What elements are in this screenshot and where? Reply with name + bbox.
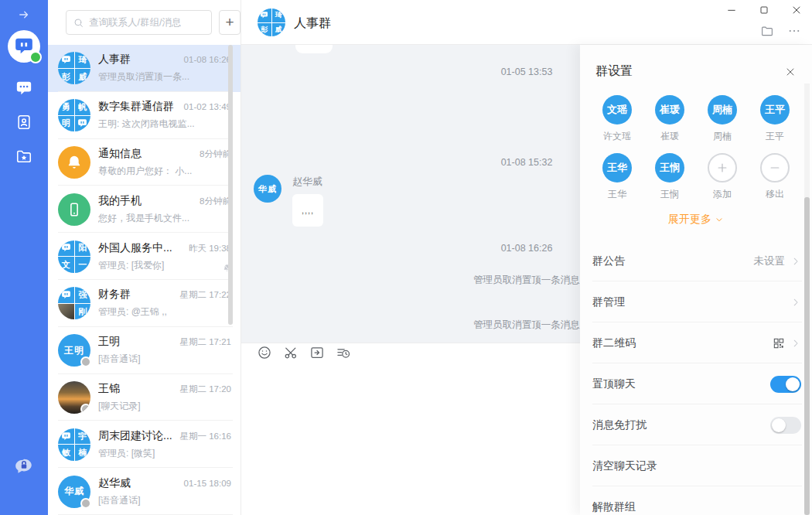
group-member[interactable]: 文瑶许文瑶 [591, 95, 643, 143]
chat-item-preview: [语音通话] [98, 494, 231, 507]
chat-list-item[interactable]: 勇帆明数字集群通信群01-02 13:49王明: 这次闭路电视监... [48, 92, 241, 139]
search-input[interactable]: 查询联系人/群组/消息 [66, 10, 212, 35]
chat-icon[interactable] [15, 80, 32, 97]
chevron-down-icon [715, 215, 724, 224]
group-member[interactable]: 崔瑗崔瑗 [643, 95, 696, 143]
avatar-text-cell: 明 [58, 116, 74, 132]
chat-item-avatar: 勇帆明 [58, 99, 90, 131]
send-file-icon[interactable] [309, 345, 325, 360]
group-member[interactable]: 王平王平 [749, 95, 801, 143]
chat-list-item[interactable]: 华威赵华威01-15 18:09[语音通话] [48, 468, 241, 515]
toggle-switch[interactable] [770, 376, 801, 393]
remove-icon [760, 153, 790, 182]
bell-avatar-icon [58, 146, 90, 179]
remove-member-button[interactable]: 移出 [749, 153, 801, 201]
expand-more-button[interactable]: 展开更多 [580, 213, 812, 227]
chat-item-avatar: 王明 [58, 334, 90, 367]
chat-item-time: 星期一 16:16 [180, 431, 231, 442]
app-logo-mini-icon [58, 287, 74, 303]
settings-row-label: 群管理 [592, 295, 625, 309]
settings-row[interactable]: 群公告未设置 [580, 240, 812, 281]
settings-row[interactable]: 清空聊天记录 [580, 445, 812, 486]
chat-item-preview: 管理员: [微笑] [98, 447, 231, 460]
chat-item-main: 财务群星期二 17:22管理员: @王锦 ,, [98, 288, 231, 319]
panel-title: 群设置 [595, 63, 633, 80]
member-name: 王悯 [660, 188, 679, 201]
new-chat-button[interactable]: + [219, 10, 241, 35]
chat-list-item[interactable]: 通知信息8分钟前尊敬的用户您好： 小... [48, 139, 241, 186]
message-bubble[interactable]: ,,,, [292, 194, 323, 227]
timestamp: 01-05 13:53 [501, 67, 553, 77]
system-message: 管理员取消置顶一条消息 [473, 274, 580, 287]
message-input[interactable] [241, 362, 580, 515]
offline-status-dot [80, 404, 90, 414]
chat-list-item[interactable]: 阳文一外国人服务中...昨天 19:38管理员: [我爱你] [48, 233, 241, 280]
avatar-text-cell: 一 [75, 257, 91, 273]
panel-close-icon[interactable] [784, 66, 797, 78]
message-row: 华威赵华威,,,, [254, 175, 323, 227]
contacts-icon[interactable] [15, 114, 32, 131]
app-logo-mini-icon [58, 52, 74, 68]
settings-row[interactable]: 群二维码 [580, 322, 812, 363]
settings-row[interactable]: 置顶聊天 [580, 363, 812, 404]
minimize-button[interactable] [725, 4, 738, 16]
app-logo[interactable] [8, 30, 40, 63]
member-grid: 文瑶许文瑶崔瑗崔瑗周楠周楠王平王平王华王华王悯王悯添加移出 [580, 95, 812, 201]
chat-list-item[interactable]: 王明王明星期二 17:21[语音通话] [48, 327, 241, 374]
chat-list-scrollbar[interactable] [228, 45, 233, 325]
window-controls [725, 4, 803, 16]
chat-item-preview: 您好，我是手机文件... [98, 212, 231, 225]
chat-item-preview: [语音通话] [98, 353, 231, 366]
offline-status-dot [80, 356, 91, 367]
group-member[interactable]: 王悯王悯 [643, 153, 696, 201]
chat-list-item[interactable]: 王锦星期二 17:20[聊天记录] [48, 374, 241, 421]
phone-avatar-icon [58, 193, 90, 226]
group-member[interactable]: 周楠周楠 [696, 95, 749, 143]
chat-item-preview: [聊天记录] [98, 400, 231, 413]
chat-item-main: 我的手机8分钟前您好，我是手机文件... [98, 194, 231, 225]
member-name: 添加 [713, 188, 732, 201]
chat-list-item[interactable]: 强刚财务群星期二 17:22管理员: @王锦 ,, [48, 280, 241, 327]
avatar-text-cell: 威 [272, 23, 286, 37]
screenshot-icon[interactable] [283, 345, 299, 360]
panel-scrollbar-thumb[interactable] [804, 197, 810, 515]
toggle-switch[interactable] [770, 417, 801, 434]
settings-row[interactable]: 消息免打扰 [580, 404, 812, 445]
close-button[interactable] [790, 4, 803, 16]
input-toolbar [241, 343, 580, 362]
chat-item-main: 赵华威01-15 18:09[语音通话] [98, 476, 231, 507]
partial-message-bubble [295, 45, 333, 53]
settings-row[interactable]: 群管理 [580, 281, 812, 322]
timestamp: 01-08 15:32 [501, 157, 553, 168]
member-name: 移出 [766, 188, 784, 201]
settings-row-label: 消息免打扰 [592, 418, 647, 432]
emoji-icon[interactable] [257, 345, 272, 360]
secure-chat-icon[interactable] [0, 456, 48, 476]
chat-item-time: 01-15 18:09 [184, 479, 231, 488]
chat-list-item[interactable]: 我的手机8分钟前您好，我是手机文件... [48, 186, 241, 233]
add-member-button[interactable]: 添加 [696, 153, 749, 201]
collapse-arrow-icon[interactable] [17, 8, 31, 22]
app-window: 查询联系人/群组/消息 + 琦彭威人事群01-08 16:26管理员取消置顶一条… [0, 0, 812, 515]
chat-list: 琦彭威人事群01-08 16:26管理员取消置顶一条...勇帆明数字集群通信群0… [48, 45, 241, 515]
more-icon[interactable] [787, 24, 801, 38]
chat-list-item[interactable]: 宇敏楠周末团建讨论...星期一 16:16管理员: [微笑] [48, 421, 241, 468]
chat-header-avatar[interactable]: 琦彭威 [258, 9, 285, 36]
avatar-photo-cell [58, 304, 74, 320]
avatar-text-cell: 楠 [75, 445, 91, 461]
member-avatar: 周楠 [708, 95, 737, 124]
maximize-button[interactable] [758, 4, 770, 16]
group-member[interactable]: 王华王华 [591, 153, 643, 201]
settings-row[interactable]: 解散群组 [580, 486, 812, 515]
member-name: 王华 [608, 188, 626, 201]
chat-item-main: 王明星期二 17:21[语音通话] [98, 335, 231, 366]
message-sender-avatar: 华威 [254, 175, 281, 203]
chat-list-item[interactable]: 琦彭威人事群01-08 16:26管理员取消置顶一条... [48, 45, 241, 92]
chat-item-name: 财务群 [98, 288, 131, 302]
folder-icon[interactable] [760, 24, 774, 38]
starred-files-icon[interactable] [15, 148, 32, 165]
app-logo-mini-icon [58, 240, 74, 257]
chat-item-avatar: 宇敏楠 [58, 428, 90, 461]
chat-history-icon[interactable] [336, 345, 351, 360]
member-avatar: 王悯 [655, 153, 684, 182]
